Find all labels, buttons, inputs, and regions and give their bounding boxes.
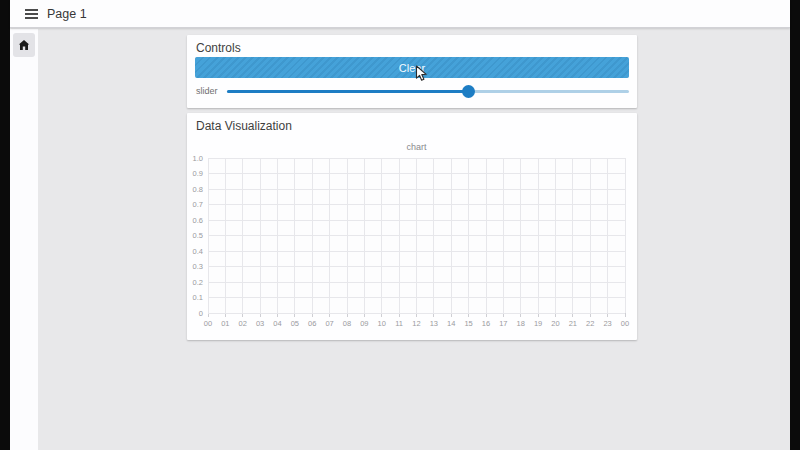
svg-text:0.9: 0.9 (193, 169, 203, 178)
svg-text:0.5: 0.5 (193, 231, 203, 240)
svg-text:00: 00 (621, 319, 629, 328)
svg-text:10: 10 (378, 319, 386, 328)
svg-text:1.0: 1.0 (193, 154, 203, 163)
svg-text:04: 04 (273, 319, 281, 328)
svg-text:14: 14 (447, 319, 455, 328)
svg-text:17: 17 (499, 319, 507, 328)
svg-text:08: 08 (343, 319, 351, 328)
slider-label: slider (196, 86, 218, 96)
svg-text:01: 01 (221, 319, 229, 328)
main-content: Controls Clear slider Data Visualization… (38, 29, 790, 450)
svg-text:19: 19 (534, 319, 542, 328)
svg-text:12: 12 (412, 319, 420, 328)
menu-icon[interactable] (20, 4, 42, 24)
svg-text:09: 09 (360, 319, 368, 328)
page-title: Page 1 (47, 0, 87, 28)
svg-text:07: 07 (325, 319, 333, 328)
slider-thumb[interactable] (462, 85, 475, 98)
svg-text:21: 21 (569, 319, 577, 328)
chart[interactable]: chart00010203040506070809101112131415161… (187, 141, 637, 340)
svg-text:0.1: 0.1 (193, 293, 203, 302)
svg-text:0.8: 0.8 (193, 185, 203, 194)
top-bar: Page 1 (10, 0, 790, 28)
svg-text:0.4: 0.4 (193, 247, 203, 256)
svg-text:0.2: 0.2 (193, 278, 203, 287)
slider[interactable] (227, 90, 629, 93)
svg-text:20: 20 (551, 319, 559, 328)
controls-card: Controls Clear slider (187, 35, 637, 108)
svg-text:05: 05 (291, 319, 299, 328)
slider-fill (227, 90, 468, 93)
chart-canvas[interactable]: chart00010203040506070809101112131415161… (187, 141, 637, 340)
svg-text:chart: chart (406, 142, 427, 152)
svg-text:06: 06 (308, 319, 316, 328)
svg-text:23: 23 (603, 319, 611, 328)
sidebar (10, 29, 38, 450)
svg-text:0: 0 (199, 309, 203, 318)
data-visualization-card-title: Data Visualization (196, 119, 292, 133)
svg-text:15: 15 (464, 319, 472, 328)
svg-text:03: 03 (256, 319, 264, 328)
svg-text:22: 22 (586, 319, 594, 328)
svg-text:00: 00 (204, 319, 212, 328)
svg-text:13: 13 (430, 319, 438, 328)
svg-text:16: 16 (482, 319, 490, 328)
svg-text:0.3: 0.3 (193, 262, 203, 271)
svg-text:0.6: 0.6 (193, 216, 203, 225)
home-icon (18, 39, 30, 51)
screen: Page 1 Controls Clear slid (0, 0, 800, 450)
svg-text:11: 11 (395, 319, 403, 328)
svg-text:0.7: 0.7 (193, 200, 203, 209)
clear-button[interactable]: Clear (195, 57, 629, 78)
controls-card-title: Controls (196, 41, 241, 55)
app-window: Page 1 Controls Clear slid (10, 0, 790, 450)
sidebar-item-home[interactable] (13, 33, 35, 57)
svg-text:02: 02 (239, 319, 247, 328)
data-visualization-card: Data Visualization chart0001020304050607… (187, 113, 637, 340)
svg-text:18: 18 (517, 319, 525, 328)
